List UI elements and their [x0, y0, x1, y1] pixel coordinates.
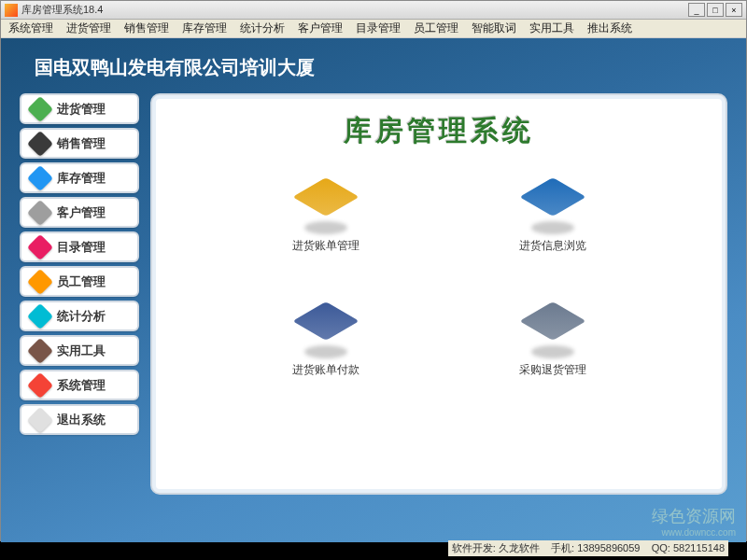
- titlebar: 库房管理系统18.4 _ □ ×: [1, 1, 746, 20]
- menu-catalog[interactable]: 目录管理: [356, 21, 401, 36]
- nav-label: 客户管理: [57, 204, 106, 221]
- tile-label: 进货账单管理: [292, 238, 359, 254]
- nav-8[interactable]: 系统管理: [20, 370, 139, 400]
- nav-icon: [27, 337, 53, 363]
- menu-sales[interactable]: 销售管理: [124, 21, 169, 36]
- menu-tools[interactable]: 实用工具: [529, 21, 574, 36]
- nav-9[interactable]: 退出系统: [20, 404, 139, 435]
- menu-smart[interactable]: 智能取词: [472, 21, 516, 36]
- nav-2[interactable]: 库存管理: [20, 162, 139, 193]
- nav-icon: [27, 302, 53, 329]
- nav-icon: [27, 406, 53, 432]
- content-area: 国电双鸭山发电有限公司培训大厦 进货管理销售管理库存管理客户管理目录管理员工管理…: [1, 38, 746, 542]
- main-area: 进货管理销售管理库存管理客户管理目录管理员工管理统计分析实用工具系统管理退出系统…: [20, 93, 727, 495]
- menu-system[interactable]: 系统管理: [8, 21, 53, 36]
- nav-0[interactable]: 进货管理: [20, 93, 139, 124]
- status-qq-label: QQ:: [652, 542, 670, 553]
- tile-icon: [527, 301, 579, 353]
- tile-label: 进货信息浏览: [519, 238, 586, 254]
- menu-inventory[interactable]: 库存管理: [182, 21, 227, 36]
- nav-label: 进货管理: [57, 101, 106, 118]
- maximize-button[interactable]: □: [707, 3, 724, 17]
- menu-stats[interactable]: 统计分析: [240, 21, 285, 36]
- tile-3[interactable]: 采购退货管理: [458, 301, 647, 378]
- nav-label: 统计分析: [57, 308, 106, 325]
- nav-3[interactable]: 客户管理: [20, 197, 139, 228]
- nav-icon: [27, 164, 53, 190]
- app-icon: [5, 4, 18, 17]
- status-phone-label: 手机:: [551, 542, 574, 553]
- nav-label: 系统管理: [57, 377, 106, 394]
- main-panel: 库房管理系统 进货账单管理进货信息浏览进货账单付款采购退货管理: [150, 93, 727, 495]
- nav-label: 退出系统: [57, 412, 106, 428]
- status-dev: 久龙软件: [499, 542, 540, 553]
- tile-1[interactable]: 进货信息浏览: [458, 176, 647, 254]
- nav-icon: [27, 95, 53, 121]
- window-controls: _ □ ×: [688, 3, 742, 17]
- nav-4[interactable]: 目录管理: [20, 231, 139, 262]
- status-dev-label: 软件开发:: [452, 542, 496, 553]
- panel-title: 库房管理系统: [175, 112, 703, 150]
- close-button[interactable]: ×: [726, 3, 742, 17]
- nav-1[interactable]: 销售管理: [20, 128, 139, 159]
- tile-icon: [300, 176, 352, 229]
- nav-7[interactable]: 实用工具: [20, 335, 139, 366]
- nav-5[interactable]: 员工管理: [20, 266, 139, 297]
- nav-label: 目录管理: [57, 239, 106, 256]
- nav-icon: [27, 130, 53, 156]
- menubar: 系统管理 进货管理 销售管理 库存管理 统计分析 客户管理 目录管理 员工管理 …: [1, 20, 746, 38]
- sidebar: 进货管理销售管理库存管理客户管理目录管理员工管理统计分析实用工具系统管理退出系统: [20, 93, 139, 495]
- nav-icon: [27, 199, 53, 225]
- status-qq: 582115148: [673, 542, 725, 553]
- nav-label: 员工管理: [57, 273, 106, 290]
- tile-2[interactable]: 进货账单付款: [231, 301, 420, 378]
- tile-icon: [527, 176, 579, 229]
- tile-label: 进货账单付款: [292, 362, 359, 378]
- nav-icon: [27, 371, 53, 398]
- window-title: 库房管理系统18.4: [21, 3, 688, 17]
- nav-icon: [27, 233, 53, 259]
- tile-label: 采购退货管理: [519, 362, 586, 378]
- tile-0[interactable]: 进货账单管理: [231, 176, 420, 254]
- tile-icon: [300, 301, 352, 353]
- nav-6[interactable]: 统计分析: [20, 301, 139, 331]
- nav-label: 销售管理: [57, 135, 106, 152]
- tile-grid: 进货账单管理进货信息浏览进货账单付款采购退货管理: [175, 176, 703, 378]
- nav-icon: [27, 268, 53, 294]
- status-phone: 13895896059: [577, 542, 640, 553]
- org-title: 国电双鸭山发电有限公司培训大厦: [35, 55, 727, 80]
- menu-exit[interactable]: 推出系统: [587, 21, 632, 36]
- app-window: 库房管理系统18.4 _ □ × 系统管理 进货管理 销售管理 库存管理 统计分…: [0, 0, 747, 541]
- menu-staff[interactable]: 员工管理: [414, 21, 458, 36]
- menu-customer[interactable]: 客户管理: [298, 21, 343, 36]
- nav-label: 库存管理: [57, 170, 106, 187]
- menu-purchase[interactable]: 进货管理: [66, 21, 111, 36]
- nav-label: 实用工具: [57, 343, 106, 359]
- statusbar: 软件开发: 久龙软件 手机: 13895896059 QQ: 582115148: [448, 540, 728, 556]
- minimize-button[interactable]: _: [688, 3, 705, 17]
